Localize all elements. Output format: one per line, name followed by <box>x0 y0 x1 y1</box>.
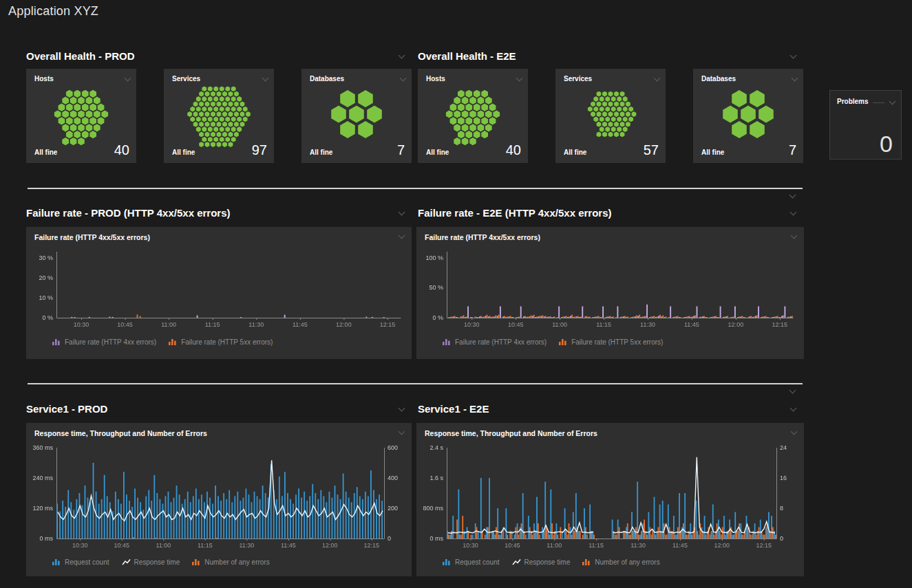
legend-item[interactable]: Number of any errors <box>582 558 659 566</box>
section-title: Overall Health - PROD <box>26 50 135 62</box>
problems-sparkline-placeholder <box>873 102 884 103</box>
section-header-service1-e2e: Service1 - E2E <box>418 402 798 415</box>
legend-label: Response time <box>134 558 180 566</box>
section-separator <box>28 383 803 384</box>
chevron-down-icon[interactable] <box>398 428 406 435</box>
legend-item[interactable]: Request count <box>52 558 109 566</box>
legend-label: Failure rate (HTTP 4xx errors) <box>65 338 156 346</box>
legend-label: Failure rate (HTTP 5xx errors) <box>571 338 663 346</box>
chevron-down-icon[interactable] <box>889 98 897 105</box>
tile-status: All fine <box>310 149 332 156</box>
problems-count: 0 <box>880 131 893 157</box>
chart-card-title: Response time, Throughput and Number of … <box>34 429 207 437</box>
service-metrics-chart[interactable] <box>421 441 800 554</box>
bars-icon <box>192 558 201 566</box>
chevron-down-icon[interactable] <box>790 232 798 239</box>
page-title: Application XYZ <box>8 4 98 19</box>
section-header-overall-health-prod: Overall Health - PROD <box>26 50 406 62</box>
chevron-down-icon[interactable] <box>398 405 406 412</box>
health-tile-services-prod[interactable]: Services All fine 97 <box>164 69 274 163</box>
hexagon-cluster <box>693 78 803 149</box>
legend-item[interactable]: Failure rate (HTTP 4xx errors) <box>52 338 156 346</box>
chart-legend: Request countResponse timeNumber of any … <box>52 558 270 566</box>
chart-legend: Request countResponse timeNumber of any … <box>443 558 660 566</box>
legend-label: Failure rate (HTTP 4xx errors) <box>455 338 547 346</box>
chevron-down-icon[interactable] <box>789 387 797 394</box>
health-tile-hosts-prod[interactable]: Hosts All fine 40 <box>26 69 136 163</box>
section-title: Overall Health - E2E <box>418 50 516 62</box>
problems-tile[interactable]: Problems 0 <box>829 90 902 160</box>
tile-status: All fine <box>34 149 57 156</box>
chart-legend: Failure rate (HTTP 4xx errors)Failure ra… <box>443 338 663 346</box>
tile-status: All fine <box>426 149 449 156</box>
legend-item[interactable]: Request count <box>443 558 500 566</box>
tile-count: 57 <box>644 142 659 158</box>
legend-item[interactable]: Failure rate (HTTP 5xx errors) <box>559 338 663 346</box>
section-title: Failure rate - E2E (HTTP 4xx/5xx errors) <box>418 207 612 219</box>
legend-label: Failure rate (HTTP 5xx errors) <box>181 338 273 346</box>
legend-item[interactable]: Failure rate (HTTP 4xx errors) <box>443 338 547 346</box>
health-tile-databases-prod[interactable]: Databases All fine 7 <box>301 69 412 163</box>
section-header-service1-prod: Service1 - PROD <box>26 402 406 415</box>
section-header-overall-health-e2e: Overall Health - E2E <box>418 50 798 62</box>
tile-count: 40 <box>114 142 129 158</box>
health-tile-databases-e2e[interactable]: Databases All fine 7 <box>693 69 803 163</box>
tile-count: 7 <box>397 142 405 158</box>
chevron-down-icon[interactable] <box>789 405 798 412</box>
section-header-failure-e2e: Failure rate - E2E (HTTP 4xx/5xx errors) <box>418 206 798 219</box>
section-header-failure-prod: Failure rate - PROD (HTTP 4xx/5xx errors… <box>26 206 406 219</box>
bars-icon <box>52 558 61 566</box>
chart-legend: Failure rate (HTTP 4xx errors)Failure ra… <box>52 338 273 346</box>
bars-icon <box>52 338 61 346</box>
tile-status: All fine <box>564 149 586 156</box>
tile-count: 97 <box>252 142 267 158</box>
chart-card-failure-e2e: Failure rate (HTTP 4xx/5xx errors) Failu… <box>416 227 804 359</box>
chevron-down-icon[interactable] <box>789 192 797 199</box>
hexagon-cluster <box>301 78 412 149</box>
health-tile-hosts-e2e[interactable]: Hosts All fine 40 <box>418 69 528 163</box>
hexagon-cluster <box>164 78 274 149</box>
chart-card-service1-prod: Response time, Throughput and Number of … <box>26 423 412 576</box>
bars-icon <box>559 338 568 346</box>
chart-card-title: Failure rate (HTTP 4xx/5xx errors) <box>34 233 150 241</box>
bars-icon <box>582 558 591 566</box>
legend-item[interactable]: Response time <box>122 558 180 566</box>
chart-card-title: Response time, Throughput and Number of … <box>425 429 597 437</box>
chart-card-service1-e2e: Response time, Throughput and Number of … <box>416 423 804 576</box>
tile-status: All fine <box>701 149 724 156</box>
legend-label: Response time <box>524 558 571 566</box>
legend-item[interactable]: Failure rate (HTTP 5xx errors) <box>169 338 273 346</box>
line-icon <box>512 558 521 566</box>
tile-count: 40 <box>506 142 521 158</box>
section-title: Failure rate - PROD (HTTP 4xx/5xx errors… <box>26 207 231 219</box>
hexagon-cluster <box>555 78 666 149</box>
chevron-down-icon[interactable] <box>398 52 406 59</box>
section-title: Service1 - E2E <box>418 403 489 415</box>
legend-item[interactable]: Response time <box>512 558 571 566</box>
legend-label: Request count <box>65 558 109 566</box>
legend-label: Number of any errors <box>204 558 269 566</box>
legend-label: Request count <box>455 558 500 566</box>
legend-label: Number of any errors <box>595 558 659 566</box>
chevron-down-icon[interactable] <box>398 209 406 216</box>
tile-count: 7 <box>789 142 796 158</box>
line-icon <box>122 558 131 566</box>
tile-status: All fine <box>172 149 195 156</box>
hexagon-cluster <box>26 78 136 149</box>
legend-item[interactable]: Number of any errors <box>192 558 269 566</box>
service-metrics-chart[interactable] <box>30 441 407 554</box>
hexagon-cluster <box>418 78 528 149</box>
failure-rate-chart[interactable] <box>30 245 407 333</box>
chart-card-title: Failure rate (HTTP 4xx/5xx errors) <box>425 233 540 241</box>
chevron-down-icon[interactable] <box>789 209 798 216</box>
bars-icon <box>169 338 178 346</box>
section-title: Service1 - PROD <box>26 403 107 415</box>
bars-icon <box>443 338 452 346</box>
chevron-down-icon[interactable] <box>398 232 406 239</box>
problems-label: Problems <box>837 98 869 105</box>
health-tile-services-e2e[interactable]: Services All fine 57 <box>555 69 666 163</box>
chevron-down-icon[interactable] <box>789 52 798 59</box>
failure-rate-chart[interactable] <box>421 245 800 333</box>
section-separator <box>28 188 803 189</box>
chevron-down-icon[interactable] <box>790 428 798 435</box>
